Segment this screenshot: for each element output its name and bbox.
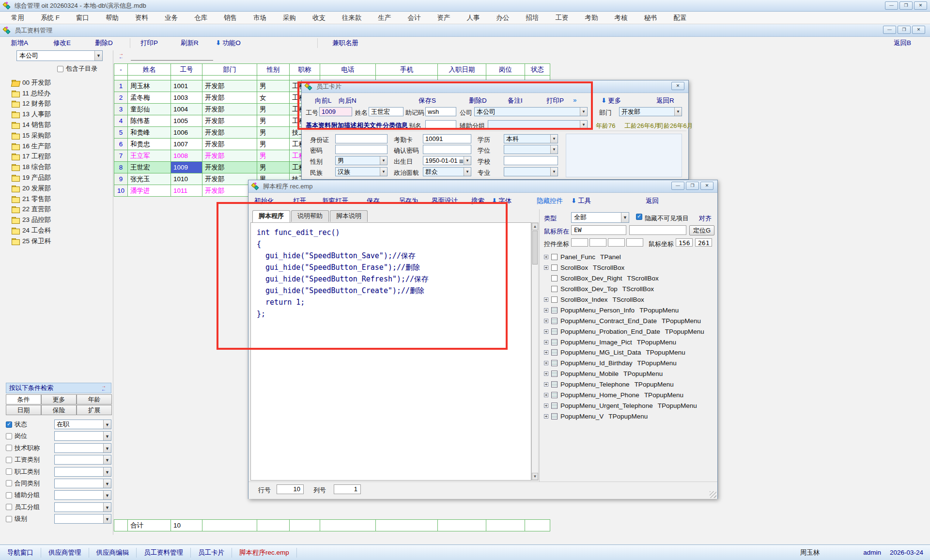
quick-filter-underline[interactable] — [131, 60, 213, 61]
chevron-down-icon[interactable]: ▼ — [103, 420, 111, 429]
control-tree-item[interactable]: PopupMenu_Contract_End_Date TPopupMenu — [544, 315, 704, 326]
script-toolbar-button[interactable]: 搜索 — [471, 197, 484, 205]
taskbar-item[interactable]: 员工资料管理 — [137, 548, 191, 558]
script-restore-icon[interactable]: ❐ — [686, 182, 699, 190]
col-header-title[interactable]: 职称 — [290, 64, 320, 76]
font-button[interactable]: ⬇字体 — [492, 197, 512, 205]
tree-item[interactable]: 24 工会科 — [12, 225, 108, 236]
align-button[interactable]: 对齐 — [699, 214, 712, 223]
card-aux-group-select[interactable]: ▼ — [488, 120, 588, 129]
search-mode-button[interactable]: 日期 — [6, 405, 41, 415]
locate-button[interactable]: 定位G — [689, 225, 714, 235]
add-button[interactable]: 新增A — [11, 39, 28, 47]
menu-item[interactable]: 市场 — [245, 14, 275, 22]
chevron-down-icon[interactable]: ▼ — [674, 108, 682, 116]
control-tree-item[interactable]: ScrollBox_Dev_Top TScrollBox — [544, 284, 704, 295]
cell-id[interactable]: 1003 — [171, 92, 202, 104]
control-tree-item[interactable]: ScrollBox_Index TScrollBox — [544, 295, 704, 305]
search-mode-button[interactable]: 保险 — [41, 405, 77, 415]
type-select[interactable]: 全部▼ — [571, 212, 629, 223]
col-header-phone[interactable]: 电话 — [320, 64, 376, 76]
menu-item[interactable]: 系统 F — [32, 14, 68, 22]
cell-gender[interactable]: 男 — [257, 162, 290, 173]
filter-checkbox[interactable] — [6, 492, 12, 498]
control-x2-field[interactable] — [608, 238, 625, 247]
control-tree-item[interactable]: PopupMenu_Home_Phone TPopupMenu — [544, 390, 704, 401]
expand-icon[interactable] — [544, 382, 548, 387]
maximize-icon[interactable]: ❐ — [899, 1, 913, 10]
filter-checkbox[interactable] — [6, 516, 12, 522]
tab-basic-info[interactable]: 基本资料 — [306, 121, 331, 130]
cell-dept[interactable]: 开发部 — [202, 115, 257, 127]
tree-item[interactable]: 11 总经办 — [12, 88, 108, 99]
card-id-field[interactable]: 1009 — [319, 107, 352, 116]
refresh-button[interactable]: 刷新R — [181, 39, 199, 47]
menu-item[interactable]: 秘书 — [636, 14, 666, 22]
filter-checkbox[interactable] — [6, 504, 12, 510]
menu-item[interactable]: 配置 — [666, 14, 695, 22]
search-mode-button[interactable]: 更多 — [41, 394, 77, 404]
chevron-down-icon[interactable]: ▼ — [103, 479, 111, 488]
filter-checkbox[interactable] — [6, 421, 12, 428]
cell-dept[interactable]: 开发部 — [202, 92, 257, 104]
menu-item[interactable]: 资产 — [429, 14, 459, 22]
card-close-icon[interactable]: ✕ — [671, 82, 684, 90]
resize-grip[interactable] — [710, 491, 716, 498]
control-y1-field[interactable] — [589, 238, 606, 247]
minimize-icon[interactable]: — — [885, 1, 898, 10]
sidebar-splitter[interactable] — [113, 50, 113, 535]
col-header-gender[interactable]: 性别 — [257, 64, 290, 76]
card-toolbar-button[interactable]: 备注I — [508, 96, 523, 105]
menu-item[interactable]: 考核 — [606, 14, 636, 22]
close-icon[interactable]: ✕ — [914, 1, 927, 10]
col-header-post[interactable]: 岗位 — [486, 64, 525, 76]
tab-script-code[interactable]: 脚本程序 — [252, 210, 290, 223]
control-tree-item[interactable]: ScrollBox TScrollBox — [544, 263, 704, 273]
filter-select[interactable]: ▼ — [54, 431, 111, 441]
card-toolbar-button[interactable]: 向前L — [315, 96, 332, 105]
col-header-id[interactable]: 工号 — [171, 64, 202, 76]
swap-columns-icon[interactable]: →← — [119, 52, 126, 59]
tab-script-notes[interactable]: 脚本说明 — [330, 210, 368, 222]
cell-id[interactable]: 1008 — [171, 150, 202, 162]
chevron-down-icon[interactable]: ▼ — [550, 135, 558, 143]
menu-item[interactable]: 招培 — [518, 14, 547, 22]
cell-id[interactable]: 1004 — [171, 104, 202, 115]
menu-item[interactable]: 窗口 — [68, 14, 97, 22]
card-name-field[interactable]: 王世宏 — [369, 107, 403, 116]
script-toolbar-button[interactable]: 新窗打开 — [322, 197, 348, 205]
panel-splitter[interactable] — [539, 209, 540, 482]
expand-icon[interactable] — [544, 372, 548, 376]
menu-item[interactable]: 会计 — [400, 14, 429, 22]
filter-select[interactable]: ▼ — [54, 514, 111, 524]
control-x1-field[interactable] — [571, 238, 588, 247]
card-back-button[interactable]: 返回R — [656, 96, 674, 105]
script-toolbar-button[interactable]: 另存为 — [399, 197, 418, 205]
tab-extra-desc[interactable]: 附加描述 — [331, 121, 356, 130]
control-tree-item[interactable]: PopupMenu_Person_Info TPopupMenu — [544, 305, 704, 315]
cell-name[interactable]: 陈伟基 — [128, 115, 171, 127]
expand-icon[interactable] — [544, 276, 548, 280]
swap-icon[interactable]: →← — [101, 384, 109, 391]
mdi-close-icon[interactable]: ✕ — [912, 26, 925, 34]
menu-item[interactable]: 往来款 — [334, 14, 370, 22]
chevron-down-icon[interactable]: ▼ — [94, 51, 102, 61]
expand-icon[interactable] — [544, 361, 548, 365]
cell-id[interactable]: 1011 — [171, 185, 202, 197]
filter-select[interactable]: ▼ — [54, 479, 111, 488]
chevron-down-icon[interactable]: ▼ — [464, 168, 471, 176]
expand-icon[interactable] — [544, 319, 548, 323]
expand-icon[interactable] — [544, 329, 548, 334]
cell-dept[interactable]: 开发部 — [202, 80, 257, 92]
tree-item[interactable]: 22 直营部 — [12, 204, 108, 215]
search-mode-button[interactable]: 扩展 — [77, 405, 112, 415]
parttime-roster-button[interactable]: 兼职名册 — [332, 39, 358, 47]
script-toolbar-button[interactable]: 初始化 — [254, 197, 274, 205]
school-field[interactable] — [504, 156, 558, 165]
filter-select[interactable]: ▼ — [54, 467, 111, 477]
tree-item[interactable]: 25 保卫科 — [12, 236, 108, 247]
gender-select[interactable]: 男▼ — [335, 156, 388, 165]
search-mode-button[interactable]: 年龄 — [77, 394, 112, 404]
expand-icon[interactable] — [544, 340, 548, 344]
tree-item[interactable]: 21 零售部 — [12, 194, 108, 204]
